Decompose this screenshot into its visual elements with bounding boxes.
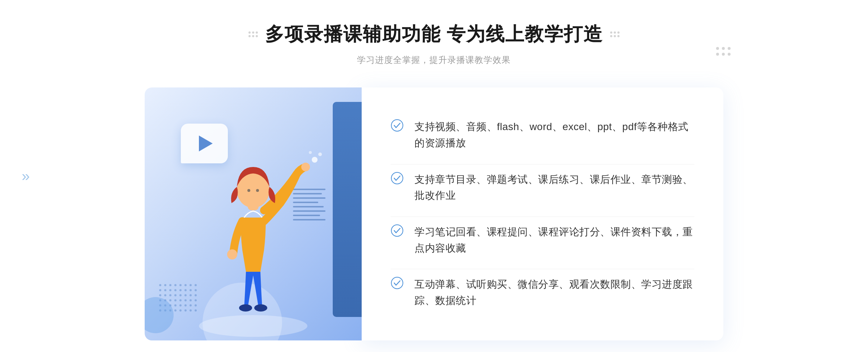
svg-point-13	[391, 172, 403, 184]
check-icon-3	[391, 224, 404, 239]
svg-point-7	[301, 163, 310, 171]
svg-point-10	[318, 153, 322, 156]
svg-point-9	[312, 157, 318, 163]
check-icon-2	[391, 172, 404, 186]
header-section: 多项录播课辅助功能 专为线上教学打造 学习进度全掌握，提升录播课教学效果	[248, 22, 620, 66]
blue-side-panel	[333, 102, 362, 317]
page-subtitle: 学习进度全掌握，提升录播课教学效果	[248, 54, 620, 66]
check-icon-4	[391, 276, 404, 291]
page-title: 多项录播课辅助功能 专为线上教学打造	[265, 22, 603, 47]
feature-item-1: 支持视频、音频、flash、word、excel、ppt、pdf等各种格式的资源…	[391, 112, 694, 159]
title-right-decoration	[610, 31, 620, 37]
feature-item-3: 学习笔记回看、课程提问、课程评论打分、课件资料下载，重点内容收藏	[391, 216, 694, 264]
main-content: 支持视频、音频、flash、word、excel、ppt、pdf等各种格式的资源…	[145, 87, 723, 340]
svg-point-11	[309, 151, 312, 154]
feature-text-3: 学习笔记回看、课程提问、课程评论打分、课件资料下载，重点内容收藏	[414, 224, 694, 257]
svg-point-0	[199, 315, 307, 337]
left-chevron-decoration: »	[22, 169, 30, 183]
title-row: 多项录播课辅助功能 专为线上教学打造	[248, 22, 620, 47]
feature-item-2: 支持章节目录、弹题考试、课后练习、课后作业、章节测验、批改作业	[391, 164, 694, 211]
page-container: » 多项录播课辅助功能 专为线上教学打造	[0, 0, 868, 352]
svg-point-15	[391, 277, 403, 289]
title-left-decoration	[248, 31, 258, 37]
content-panel: 支持视频、音频、flash、word、excel、ppt、pdf等各种格式的资源…	[362, 87, 723, 340]
svg-point-14	[391, 225, 403, 236]
svg-point-12	[391, 120, 403, 131]
check-icon-1	[391, 119, 404, 133]
svg-point-8	[227, 249, 237, 259]
feature-text-1: 支持视频、音频、flash、word、excel、ppt、pdf等各种格式的资源…	[414, 119, 694, 151]
feature-text-4: 互动弹幕、试听购买、微信分享、观看次数限制、学习进度跟踪、数据统计	[414, 276, 694, 309]
svg-point-4	[256, 189, 259, 192]
svg-point-3	[247, 189, 250, 192]
feature-text-2: 支持章节目录、弹题考试、课后练习、课后作业、章节测验、批改作业	[414, 172, 694, 204]
person-illustration	[184, 131, 322, 340]
feature-item-4: 互动弹幕、试听购买、微信分享、观看次数限制、学习进度跟踪、数据统计	[391, 269, 694, 316]
right-dots-decoration	[716, 47, 731, 56]
svg-point-6	[254, 304, 267, 312]
illustration-area	[145, 87, 362, 340]
svg-point-5	[239, 304, 252, 312]
